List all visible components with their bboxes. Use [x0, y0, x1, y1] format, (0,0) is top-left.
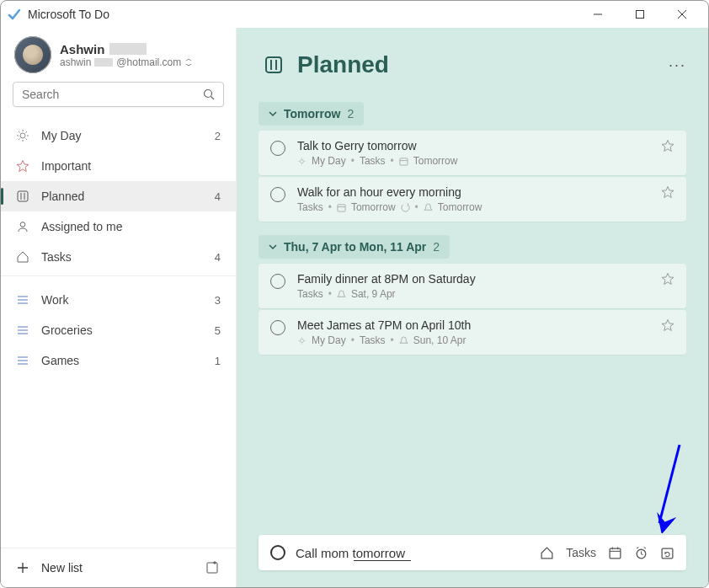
profile-email: ashwin@hotmail.com	[60, 56, 193, 68]
nav-tasks[interactable]: Tasks 4	[1, 242, 236, 272]
add-list-label: Tasks	[566, 546, 596, 559]
list-label: Games	[41, 354, 79, 367]
svg-point-45	[300, 339, 303, 342]
svg-line-14	[26, 131, 28, 133]
plus-icon	[16, 561, 29, 575]
svg-rect-43	[338, 204, 345, 211]
star-button[interactable]	[661, 318, 674, 332]
task-title: Meet James at 7PM on April 10th	[297, 318, 649, 332]
svg-line-13	[19, 139, 20, 141]
svg-line-11	[19, 131, 20, 133]
task-row[interactable]: Family dinner at 8PM on Saturday Tasks •…	[259, 264, 686, 308]
list-games[interactable]: Games 1	[1, 345, 236, 376]
nav-custom-lists: Work 3 Groceries 5 Games 1	[1, 280, 236, 376]
star-icon	[16, 159, 29, 173]
home-icon	[16, 250, 29, 264]
task-meta: Tasks • Tomorrow • Tomorrow	[297, 201, 649, 213]
nav-label: Planned	[41, 190, 84, 203]
svg-rect-33	[266, 57, 281, 72]
star-button[interactable]	[661, 139, 674, 152]
svg-point-18	[20, 222, 25, 227]
search-input[interactable]	[22, 88, 203, 101]
app-title: Microsoft To Do	[28, 8, 109, 21]
list-groceries[interactable]: Groceries 5	[1, 315, 236, 345]
task-title: Walk for an hour every morning	[297, 185, 649, 199]
svg-line-50	[659, 445, 680, 523]
svg-line-58	[637, 547, 638, 548]
divider	[1, 275, 236, 276]
typing-underline	[354, 560, 411, 561]
complete-checkbox[interactable]	[270, 320, 285, 335]
task-row[interactable]: Meet James at 7PM on April 10th My Day •…	[259, 310, 686, 355]
home-icon[interactable]	[540, 546, 554, 560]
group-label: Thu, 7 Apr to Mon, 11 Apr	[284, 240, 426, 254]
task-meta: My Day • Tasks • Sun, 10 Apr	[297, 334, 649, 346]
nav-label: Tasks	[41, 250, 72, 264]
svg-rect-30	[207, 563, 217, 573]
complete-checkbox[interactable]	[270, 187, 285, 202]
list-count: 3	[215, 294, 221, 307]
redacted-lastname	[109, 43, 147, 55]
chevron-down-icon	[269, 110, 277, 118]
nav-planned[interactable]: Planned 4	[1, 181, 236, 211]
group-count: 2	[433, 240, 440, 254]
close-button[interactable]	[663, 1, 701, 28]
svg-rect-41	[400, 158, 408, 164]
nav-count: 4	[215, 251, 221, 264]
svg-point-4	[205, 90, 212, 98]
titlebar: Microsoft To Do	[1, 1, 708, 28]
planned-icon	[16, 190, 29, 203]
nav-label: My Day	[41, 129, 81, 142]
svg-rect-51	[610, 548, 621, 559]
task-row[interactable]: Talk to Gerry tomorrow My Day • Tasks • …	[259, 131, 686, 175]
star-button[interactable]	[661, 185, 674, 199]
calendar-icon[interactable]	[608, 546, 622, 560]
annotation-arrow-icon	[654, 441, 688, 533]
list-label: Work	[41, 293, 68, 307]
avatar	[14, 36, 51, 73]
svg-rect-15	[18, 191, 28, 201]
search-box[interactable]	[13, 82, 224, 107]
task-title: Family dinner at 8PM on Saturday	[297, 272, 649, 286]
main-content: Planned ··· Tomorrow 2 Talk to Gerry tom…	[237, 28, 708, 587]
list-work[interactable]: Work 3	[1, 285, 236, 315]
group-label: Tomorrow	[284, 107, 340, 120]
reminder-icon[interactable]	[634, 546, 648, 560]
list-icon	[16, 323, 29, 337]
list-count: 1	[215, 355, 221, 367]
add-task-bar[interactable]: Tasks	[259, 535, 686, 570]
maximize-button[interactable]	[621, 1, 659, 28]
nav-myday[interactable]: My Day 2	[1, 120, 236, 151]
add-task-input[interactable]	[296, 546, 530, 560]
list-count: 5	[215, 324, 221, 337]
profile-name: Ashwin	[60, 42, 193, 56]
svg-line-59	[644, 547, 646, 548]
list-icon	[16, 293, 29, 307]
sidebar: Ashwin ashwin@hotmail.com	[1, 28, 237, 587]
page-title: Planned	[297, 51, 389, 78]
profile-section[interactable]: Ashwin ashwin@hotmail.com	[1, 28, 236, 78]
complete-checkbox[interactable]	[270, 274, 285, 289]
group-header-tomorrow[interactable]: Tomorrow 2	[259, 102, 364, 126]
minimize-button[interactable]	[578, 1, 617, 28]
task-row[interactable]: Walk for an hour every morning Tasks • T…	[259, 177, 686, 222]
nav-assigned[interactable]: Assigned to me	[1, 211, 236, 242]
task-meta: Tasks • Sat, 9 Apr	[297, 288, 649, 300]
nav-count: 2	[215, 130, 221, 142]
nav-label: Assigned to me	[41, 220, 123, 233]
star-button[interactable]	[661, 272, 674, 286]
new-list-button[interactable]: New list	[16, 561, 83, 575]
svg-line-5	[211, 97, 215, 100]
nav-count: 4	[215, 190, 221, 203]
nav-important[interactable]: Important	[1, 151, 236, 181]
task-meta: My Day • Tasks • Tomorrow	[297, 155, 649, 167]
svg-point-6	[20, 133, 25, 138]
repeat-icon[interactable]	[660, 546, 674, 560]
more-options-button[interactable]: ···	[669, 56, 686, 74]
planned-icon	[264, 55, 284, 75]
complete-checkbox[interactable]	[270, 141, 285, 156]
svg-point-36	[300, 159, 303, 163]
group-header-range[interactable]: Thu, 7 Apr to Mon, 11 Apr 2	[259, 235, 450, 259]
svg-line-12	[26, 139, 28, 141]
new-group-icon[interactable]	[205, 560, 221, 575]
